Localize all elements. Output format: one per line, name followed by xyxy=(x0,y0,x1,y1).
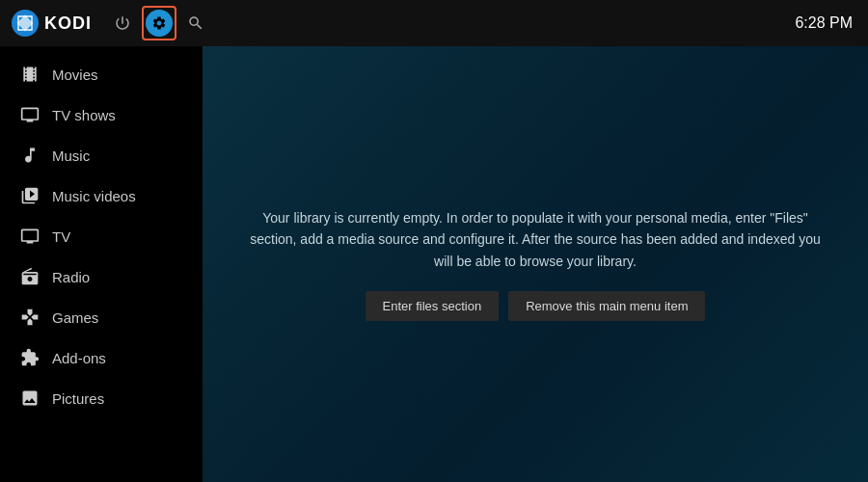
app-title: KODI xyxy=(44,13,92,34)
musicvideos-icon xyxy=(19,185,41,206)
movies-icon xyxy=(19,64,41,85)
sidebar-item-radio-label: Radio xyxy=(52,269,90,285)
games-icon xyxy=(19,307,41,328)
empty-library-box: Your library is currently empty. In orde… xyxy=(246,207,825,321)
sidebar-item-addons-label: Add-ons xyxy=(52,350,106,366)
settings-button[interactable] xyxy=(142,6,176,40)
pictures-icon xyxy=(19,388,41,409)
top-icons xyxy=(107,6,211,40)
sidebar-item-music[interactable]: Music xyxy=(0,135,203,175)
sidebar-item-tv[interactable]: TV xyxy=(0,216,203,256)
radio-icon xyxy=(19,266,41,287)
enter-files-button[interactable]: Enter files section xyxy=(366,291,500,321)
kodi-logo: KODI xyxy=(12,10,92,37)
top-bar: KODI 6:28 PM xyxy=(0,0,868,46)
sidebar-item-musicvideos[interactable]: Music videos xyxy=(0,175,203,216)
sidebar-item-movies[interactable]: Movies xyxy=(0,54,203,94)
tv-icon xyxy=(19,226,41,247)
kodi-logo-icon xyxy=(12,10,39,37)
music-icon xyxy=(19,145,41,166)
sidebar: Movies TV shows Music Music videos TV xyxy=(0,46,203,482)
power-icon[interactable] xyxy=(107,8,138,39)
empty-library-message: Your library is currently empty. In orde… xyxy=(246,207,825,272)
sidebar-item-tv-label: TV xyxy=(52,228,70,245)
clock: 6:28 PM xyxy=(795,14,853,32)
sidebar-item-games-label: Games xyxy=(52,309,98,326)
settings-icon-bg xyxy=(146,10,173,37)
sidebar-item-pictures[interactable]: Pictures xyxy=(0,378,203,418)
sidebar-item-pictures-label: Pictures xyxy=(52,390,104,407)
sidebar-item-games[interactable]: Games xyxy=(0,297,203,337)
sidebar-item-radio[interactable]: Radio xyxy=(0,256,203,297)
remove-menu-item-button[interactable]: Remove this main menu item xyxy=(508,291,705,321)
sidebar-item-musicvideos-label: Music videos xyxy=(52,188,136,204)
sidebar-item-tvshows[interactable]: TV shows xyxy=(0,94,203,135)
tvshows-icon xyxy=(19,104,41,125)
sidebar-item-tvshows-label: TV shows xyxy=(52,107,116,123)
main-layout: Movies TV shows Music Music videos TV xyxy=(0,46,868,482)
sidebar-item-addons[interactable]: Add-ons xyxy=(0,337,203,378)
addons-icon xyxy=(19,347,41,368)
search-icon[interactable] xyxy=(180,8,211,39)
action-buttons: Enter files section Remove this main men… xyxy=(246,291,825,321)
sidebar-item-music-label: Music xyxy=(52,147,90,164)
content-area: Your library is currently empty. In orde… xyxy=(203,46,868,482)
sidebar-item-movies-label: Movies xyxy=(52,67,98,83)
